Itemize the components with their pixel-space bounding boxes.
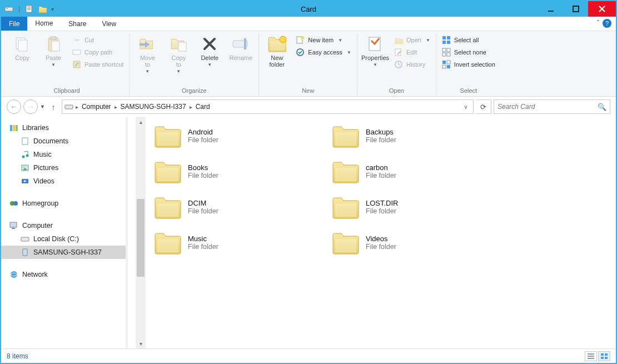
select-all-button[interactable]: Select all — [440, 34, 497, 46]
nav-network[interactable]: Network — [1, 268, 136, 281]
svg-rect-40 — [16, 125, 18, 131]
cut-button[interactable]: ✂Cut — [70, 34, 126, 46]
folder-name: Books — [188, 163, 218, 172]
crumb-device[interactable]: SAMSUNG-SGH-I337 — [118, 103, 188, 111]
svg-rect-52 — [23, 249, 27, 256]
paste-button[interactable]: Paste ▼ — [39, 33, 68, 67]
chevron-right-icon[interactable]: ▸ — [115, 104, 117, 110]
paste-shortcut-button[interactable]: Paste shortcut — [70, 59, 126, 70]
collapse-ribbon-icon[interactable]: ˆ — [597, 19, 599, 27]
nav-scrollbar[interactable]: ▴ ▾ — [126, 117, 136, 348]
tab-share[interactable]: Share — [61, 17, 94, 31]
nav-music[interactable]: Music — [1, 148, 136, 161]
edit-icon — [394, 48, 403, 57]
content-scrollbar[interactable]: ▴ ▾ — [136, 117, 146, 348]
back-button[interactable]: ← — [7, 99, 21, 114]
folder-type: File folder — [188, 136, 218, 144]
icons-view-button[interactable] — [598, 351, 610, 361]
move-to-button[interactable]: Move to▼ — [133, 33, 162, 74]
folder-item[interactable]: Videos File folder — [331, 230, 509, 255]
folder-item[interactable]: DCIM File folder — [153, 195, 331, 219]
svg-rect-15 — [178, 42, 186, 51]
scroll-up-icon[interactable]: ▴ — [130, 117, 132, 127]
tab-view[interactable]: View — [94, 17, 124, 31]
svg-rect-11 — [51, 37, 56, 39]
help-icon[interactable]: ? — [603, 19, 611, 28]
nav-local-disk[interactable]: Local Disk (C:) — [1, 232, 136, 246]
folder-item[interactable]: Backups File folder — [331, 123, 509, 148]
homegroup-icon — [9, 198, 19, 208]
tab-file[interactable]: File — [1, 17, 27, 31]
address-bar[interactable]: ▸ Computer ▸ SAMSUNG-SGH-I337 ▸ Card v — [62, 99, 474, 114]
scroll-down-icon[interactable]: ▾ — [130, 338, 132, 348]
nav-samsung-device[interactable]: SAMSUNG-SGH-I337 — [1, 246, 136, 259]
folder-type: File folder — [366, 172, 396, 179]
scroll-up-icon[interactable]: ▴ — [140, 117, 142, 127]
nav-libraries[interactable]: Libraries — [1, 121, 136, 134]
svg-rect-60 — [605, 357, 608, 359]
address-dropdown[interactable]: v — [461, 104, 471, 110]
invert-icon — [442, 60, 451, 69]
tab-home[interactable]: Home — [27, 17, 61, 31]
scroll-thumb[interactable] — [137, 199, 145, 277]
copy-path-button[interactable]: Copy path — [70, 47, 126, 58]
nav-homegroup[interactable]: Homegroup — [1, 197, 136, 210]
properties-button[interactable]: Properties▼ — [361, 33, 390, 67]
chevron-right-icon[interactable]: ▸ — [76, 104, 78, 110]
up-button[interactable]: ↑ — [47, 102, 59, 112]
new-folder-button[interactable]: New folder — [262, 33, 291, 68]
svg-point-48 — [13, 201, 18, 206]
open-button[interactable]: Open▼ — [392, 34, 432, 46]
history-icon — [394, 60, 403, 69]
folder-item[interactable]: LOST.DIR File folder — [331, 195, 509, 219]
svg-rect-4 — [27, 8, 31, 9]
chevron-right-icon[interactable]: ▸ — [190, 104, 192, 110]
recent-dropdown[interactable]: ▼ — [40, 104, 45, 109]
refresh-button[interactable]: ⟳ — [476, 99, 491, 114]
svg-point-20 — [301, 36, 304, 39]
svg-rect-27 — [442, 41, 446, 44]
svg-rect-7 — [573, 6, 579, 12]
disk-icon — [20, 234, 30, 244]
folder-item[interactable]: Android File folder — [153, 123, 331, 148]
qat-menu-icon[interactable]: ▾ — [51, 6, 54, 12]
delete-button[interactable]: Delete▼ — [195, 33, 224, 67]
nav-pictures[interactable]: Pictures — [1, 161, 136, 174]
details-view-button[interactable] — [585, 351, 597, 361]
folder-item[interactable]: carbon File folder — [331, 159, 509, 183]
search-icon: 🔍 — [598, 103, 606, 111]
search-input[interactable] — [497, 103, 598, 111]
svg-rect-38 — [10, 125, 12, 131]
quick-access-toolbar: │ ▾ — [1, 4, 54, 14]
copy-button[interactable]: Copy — [8, 33, 37, 61]
forward-button[interactable]: → — [23, 99, 38, 114]
edit-button[interactable]: Edit — [392, 47, 432, 58]
select-none-button[interactable]: Select none — [440, 47, 497, 58]
nav-videos[interactable]: Videos — [1, 174, 136, 188]
svg-rect-13 — [73, 50, 81, 54]
folder-item[interactable]: Books File folder — [153, 159, 331, 183]
easy-access-button[interactable]: Easy access▼ — [293, 47, 354, 58]
new-item-icon — [296, 36, 305, 44]
maximize-button[interactable] — [563, 1, 588, 17]
nav-documents[interactable]: Documents — [1, 134, 136, 148]
folder-item[interactable]: Music File folder — [153, 230, 331, 255]
close-button[interactable] — [588, 1, 616, 17]
history-button[interactable]: History — [392, 59, 432, 70]
copy-to-button[interactable]: Copy to▼ — [164, 33, 193, 74]
folder-name: Videos — [366, 235, 396, 243]
minimize-button[interactable] — [538, 1, 563, 17]
scroll-down-icon[interactable]: ▾ — [140, 338, 142, 348]
svg-rect-57 — [601, 353, 604, 356]
properties-icon[interactable] — [24, 4, 34, 14]
new-folder-icon[interactable] — [38, 4, 48, 14]
nav-computer[interactable]: Computer — [1, 219, 136, 232]
videos-icon — [20, 176, 30, 186]
crumb-card[interactable]: Card — [193, 103, 212, 111]
new-item-button[interactable]: New item▼ — [293, 34, 354, 46]
rename-button[interactable]: Rename — [226, 33, 255, 61]
svg-rect-54 — [588, 353, 594, 355]
search-box[interactable]: 🔍 — [494, 99, 610, 114]
invert-selection-button[interactable]: Invert selection — [440, 59, 497, 70]
crumb-computer[interactable]: Computer — [79, 103, 113, 111]
